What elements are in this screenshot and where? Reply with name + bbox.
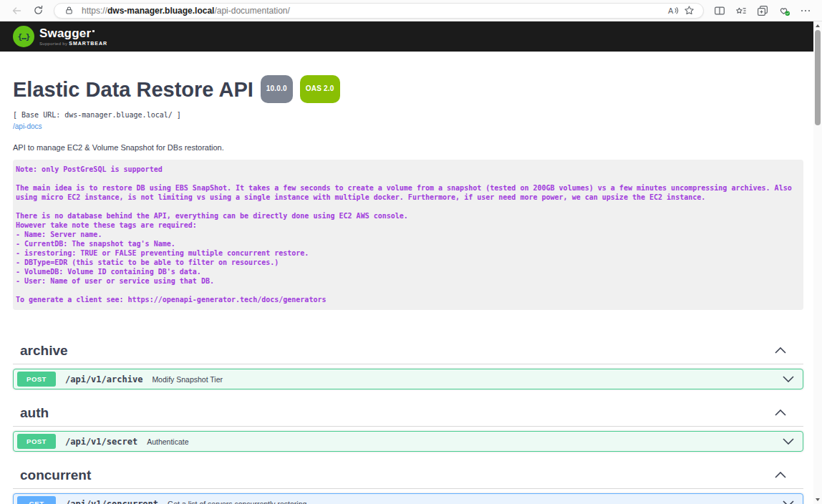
supported-by-line: Supported by SMARTBEAR — [39, 41, 107, 46]
method-badge: POST — [17, 434, 56, 449]
url-scheme: https:// — [82, 6, 107, 16]
browser-toolbar: https://dws-manager.bluage.local/api-doc… — [0, 0, 822, 21]
chevron-up-icon[interactable] — [775, 410, 786, 416]
address-bar[interactable]: https://dws-manager.bluage.local/api-doc… — [54, 3, 704, 19]
split-screen-icon[interactable] — [710, 2, 729, 19]
smartbear-wordmark: SMARTBEAR — [69, 41, 107, 46]
tag-divider — [13, 364, 803, 364]
tag-divider — [13, 426, 803, 427]
chevron-up-icon[interactable] — [775, 472, 786, 478]
method-badge: POST — [17, 372, 56, 387]
url-domain: dws-manager.bluage.local — [107, 6, 214, 16]
operation-path: /api/v1/secret — [65, 437, 137, 447]
tag-header-concurrent[interactable]: concurrent — [13, 467, 803, 483]
tag-header-archive[interactable]: archive — [13, 343, 803, 358]
svg-text:A: A — [668, 6, 674, 15]
chevron-up-icon[interactable] — [775, 347, 786, 354]
api-note-block: Note: only PostGreSQL is supported The m… — [13, 160, 803, 310]
operation-path: /api/v1/archive — [65, 374, 142, 384]
tag-title: archive — [20, 343, 68, 358]
back-icon[interactable] — [7, 2, 26, 19]
api-info: Elastic Data Restore API10.0.0OAS 2.0 [ … — [13, 77, 803, 310]
lock-icon[interactable] — [61, 4, 77, 18]
scroll-up-arrow-icon[interactable] — [816, 24, 820, 27]
chevron-down-icon[interactable] — [783, 376, 794, 382]
operation-path: /api/v1/concurrent — [65, 499, 158, 504]
scrollbar-thumb[interactable] — [815, 30, 821, 125]
swagger-page: {…} Swagger Supported by SMARTBEAR Elast… — [0, 21, 822, 504]
tag-title: concurrent — [20, 467, 91, 483]
operation-row[interactable]: GET /api/v1/concurrent Get a list of ser… — [13, 493, 803, 504]
version-badge: 10.0.0 — [261, 75, 293, 103]
oas-badge: OAS 2.0 — [300, 75, 340, 103]
collections-icon[interactable] — [753, 2, 772, 19]
operation-summary: Get a list of servers concurrently resto… — [168, 500, 306, 504]
operation-summary: Authenticate — [147, 437, 188, 446]
chevron-down-icon[interactable] — [783, 438, 794, 445]
brand-name: Swagger — [39, 27, 91, 40]
chevron-down-icon[interactable] — [783, 500, 794, 504]
operation-summary: Modify Snapshot Tier — [152, 375, 223, 384]
read-aloud-icon[interactable]: A — [665, 4, 681, 18]
tag-section-concurrent: concurrent GET /api/v1/concurrent Get a … — [13, 467, 803, 504]
api-docs-link[interactable]: /api-docs — [13, 122, 42, 130]
swagger-logo-icon[interactable]: {…} — [13, 26, 34, 47]
api-description: API to manage EC2 & Volume Snapshot for … — [13, 143, 803, 152]
more-menu-icon[interactable] — [796, 2, 815, 19]
refresh-icon[interactable] — [29, 2, 47, 19]
tag-header-auth[interactable]: auth — [13, 405, 803, 420]
swagger-topbar: {…} Swagger Supported by SMARTBEAR — [0, 21, 813, 52]
scroll-down-arrow-icon[interactable] — [816, 498, 820, 501]
url-text: https://dws-manager.bluage.local/api-doc… — [82, 6, 665, 16]
favorite-star-icon[interactable] — [681, 4, 697, 18]
tag-section-auth: auth POST /api/v1/secret Authenticate — [13, 405, 803, 452]
operation-row[interactable]: POST /api/v1/archive Modify Snapshot Tie… — [13, 369, 803, 389]
browser-essentials-icon[interactable] — [775, 2, 793, 19]
method-badge: GET — [17, 496, 56, 504]
tag-title: auth — [20, 405, 49, 420]
swagger-brand: Swagger Supported by SMARTBEAR — [39, 27, 107, 46]
api-doc-content: Elastic Data Restore API10.0.0OAS 2.0 [ … — [0, 77, 813, 504]
page-scrollbar[interactable] — [813, 21, 822, 504]
operation-row[interactable]: POST /api/v1/secret Authenticate — [13, 431, 803, 452]
tag-divider — [13, 488, 803, 489]
tag-section-archive: archive POST /api/v1/archive Modify Snap… — [13, 343, 803, 389]
brand-trademark-dot — [92, 30, 95, 32]
page-title: Elastic Data Restore API10.0.0OAS 2.0 — [13, 77, 803, 109]
url-path: /api-documentation/ — [214, 6, 289, 16]
favorites-hub-icon[interactable] — [732, 2, 750, 19]
base-url: [ Base URL: dws-manager.bluage.local/ ] — [13, 111, 803, 119]
supported-by-label: Supported by — [39, 42, 67, 46]
